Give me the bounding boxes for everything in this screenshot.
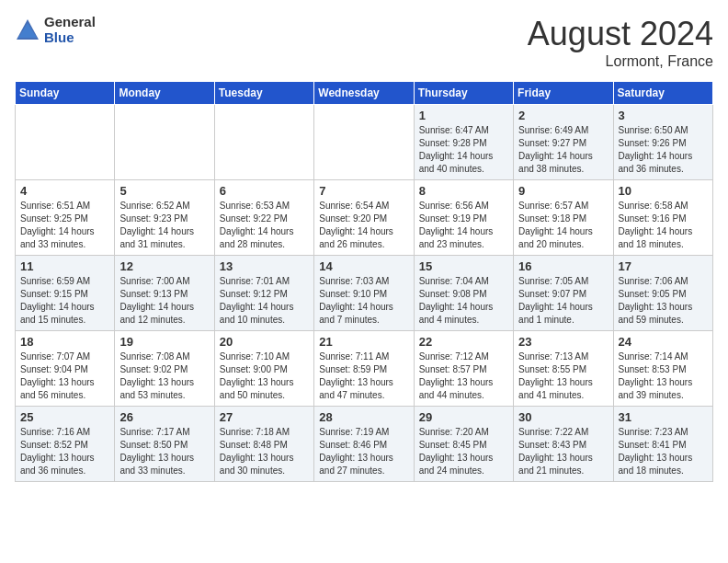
location: Lormont, France: [528, 53, 713, 70]
day-info: Sunrise: 6:59 AM Sunset: 9:15 PM Dayligh…: [20, 275, 109, 327]
calendar-cell: 13Sunrise: 7:01 AM Sunset: 9:12 PM Dayli…: [214, 256, 313, 331]
calendar-cell: 29Sunrise: 7:20 AM Sunset: 8:45 PM Dayli…: [414, 407, 513, 482]
day-number: 24: [619, 335, 708, 349]
calendar-cell: 19Sunrise: 7:08 AM Sunset: 9:02 PM Dayli…: [115, 331, 214, 407]
day-info: Sunrise: 7:16 AM Sunset: 8:52 PM Dayligh…: [20, 426, 109, 477]
day-number: 5: [119, 184, 209, 198]
day-number: 27: [220, 410, 309, 424]
day-info: Sunrise: 6:56 AM Sunset: 9:19 PM Dayligh…: [419, 200, 508, 251]
title-block: August 2024 Lormont, France: [528, 15, 713, 70]
day-number: 29: [419, 410, 508, 424]
day-info: Sunrise: 7:17 AM Sunset: 8:50 PM Dayligh…: [119, 426, 209, 477]
week-row-1: 1Sunrise: 6:47 AM Sunset: 9:28 PM Daylig…: [16, 105, 713, 180]
day-info: Sunrise: 7:12 AM Sunset: 8:57 PM Dayligh…: [419, 350, 508, 402]
logo-text: General Blue: [44, 15, 96, 45]
calendar-cell: 6Sunrise: 6:53 AM Sunset: 9:22 PM Daylig…: [214, 180, 313, 256]
calendar-cell: 12Sunrise: 7:00 AM Sunset: 9:13 PM Dayli…: [115, 256, 214, 331]
calendar-cell: 17Sunrise: 7:06 AM Sunset: 9:05 PM Dayli…: [613, 256, 712, 331]
day-number: 7: [319, 184, 408, 198]
logo-general: General: [44, 15, 96, 30]
day-number: 6: [220, 184, 309, 198]
calendar-cell: [115, 105, 214, 180]
calendar-cell: 23Sunrise: 7:13 AM Sunset: 8:55 PM Dayli…: [514, 331, 613, 407]
calendar-cell: 20Sunrise: 7:10 AM Sunset: 9:00 PM Dayli…: [214, 331, 313, 407]
svg-marker-1: [18, 23, 37, 38]
day-number: 31: [619, 410, 708, 424]
day-number: 14: [319, 259, 408, 273]
day-number: 2: [518, 109, 608, 122]
day-header-friday: Friday: [514, 82, 613, 105]
calendar-cell: 11Sunrise: 6:59 AM Sunset: 9:15 PM Dayli…: [16, 256, 115, 331]
calendar-cell: 25Sunrise: 7:16 AM Sunset: 8:52 PM Dayli…: [16, 407, 115, 482]
logo-blue: Blue: [44, 30, 96, 46]
calendar-cell: 26Sunrise: 7:17 AM Sunset: 8:50 PM Dayli…: [115, 407, 214, 482]
week-row-2: 4Sunrise: 6:51 AM Sunset: 9:25 PM Daylig…: [16, 180, 713, 256]
day-number: 15: [419, 259, 508, 273]
week-row-5: 25Sunrise: 7:16 AM Sunset: 8:52 PM Dayli…: [16, 407, 713, 482]
calendar-cell: 27Sunrise: 7:18 AM Sunset: 8:48 PM Dayli…: [214, 407, 313, 482]
day-info: Sunrise: 6:52 AM Sunset: 9:23 PM Dayligh…: [119, 200, 209, 251]
day-info: Sunrise: 7:01 AM Sunset: 9:12 PM Dayligh…: [220, 275, 309, 327]
calendar-cell: 7Sunrise: 6:54 AM Sunset: 9:20 PM Daylig…: [314, 180, 414, 256]
week-row-4: 18Sunrise: 7:07 AM Sunset: 9:04 PM Dayli…: [16, 331, 713, 407]
month-year: August 2024: [528, 15, 713, 53]
calendar-table: SundayMondayTuesdayWednesdayThursdayFrid…: [15, 81, 713, 482]
calendar-cell: 31Sunrise: 7:23 AM Sunset: 8:41 PM Dayli…: [613, 407, 712, 482]
week-row-3: 11Sunrise: 6:59 AM Sunset: 9:15 PM Dayli…: [16, 256, 713, 331]
day-header-tuesday: Tuesday: [214, 82, 313, 105]
day-info: Sunrise: 7:18 AM Sunset: 8:48 PM Dayligh…: [220, 426, 309, 477]
day-info: Sunrise: 7:00 AM Sunset: 9:13 PM Dayligh…: [119, 275, 209, 327]
day-info: Sunrise: 7:10 AM Sunset: 9:00 PM Dayligh…: [220, 350, 309, 402]
day-header-monday: Monday: [115, 82, 214, 105]
day-number: 23: [518, 335, 608, 349]
calendar-cell: 1Sunrise: 6:47 AM Sunset: 9:28 PM Daylig…: [414, 105, 513, 180]
day-number: 30: [518, 410, 608, 424]
calendar-cell: 10Sunrise: 6:58 AM Sunset: 9:16 PM Dayli…: [613, 180, 712, 256]
day-info: Sunrise: 7:23 AM Sunset: 8:41 PM Dayligh…: [619, 426, 708, 477]
day-info: Sunrise: 7:22 AM Sunset: 8:43 PM Dayligh…: [518, 426, 608, 477]
day-info: Sunrise: 7:14 AM Sunset: 8:53 PM Dayligh…: [619, 350, 708, 402]
day-info: Sunrise: 7:11 AM Sunset: 8:59 PM Dayligh…: [319, 350, 408, 402]
day-number: 18: [20, 335, 109, 349]
calendar-cell: 8Sunrise: 6:56 AM Sunset: 9:19 PM Daylig…: [414, 180, 513, 256]
calendar-cell: 18Sunrise: 7:07 AM Sunset: 9:04 PM Dayli…: [16, 331, 115, 407]
page-header: General Blue August 2024 Lormont, France: [15, 15, 713, 70]
calendar-cell: [16, 105, 115, 180]
calendar-cell: 21Sunrise: 7:11 AM Sunset: 8:59 PM Dayli…: [314, 331, 414, 407]
header-row: SundayMondayTuesdayWednesdayThursdayFrid…: [16, 82, 713, 105]
calendar-cell: [214, 105, 313, 180]
calendar-cell: 14Sunrise: 7:03 AM Sunset: 9:10 PM Dayli…: [314, 256, 414, 331]
day-info: Sunrise: 7:08 AM Sunset: 9:02 PM Dayligh…: [119, 350, 209, 402]
day-header-sunday: Sunday: [16, 82, 115, 105]
day-header-saturday: Saturday: [613, 82, 712, 105]
day-info: Sunrise: 7:07 AM Sunset: 9:04 PM Dayligh…: [20, 350, 109, 402]
day-number: 22: [419, 335, 508, 349]
day-number: 13: [220, 259, 309, 273]
day-info: Sunrise: 6:58 AM Sunset: 9:16 PM Dayligh…: [619, 200, 708, 251]
day-number: 17: [619, 259, 708, 273]
day-number: 11: [20, 259, 109, 273]
day-info: Sunrise: 6:54 AM Sunset: 9:20 PM Dayligh…: [319, 200, 408, 251]
day-number: 9: [518, 184, 608, 198]
day-number: 25: [20, 410, 109, 424]
day-number: 26: [119, 410, 209, 424]
day-header-thursday: Thursday: [414, 82, 513, 105]
day-info: Sunrise: 6:49 AM Sunset: 9:27 PM Dayligh…: [518, 124, 608, 176]
day-info: Sunrise: 7:04 AM Sunset: 9:08 PM Dayligh…: [419, 275, 508, 327]
day-number: 1: [419, 109, 508, 122]
day-info: Sunrise: 6:51 AM Sunset: 9:25 PM Dayligh…: [20, 200, 109, 251]
calendar-cell: 28Sunrise: 7:19 AM Sunset: 8:46 PM Dayli…: [314, 407, 414, 482]
day-number: 28: [319, 410, 408, 424]
day-info: Sunrise: 7:19 AM Sunset: 8:46 PM Dayligh…: [319, 426, 408, 477]
day-number: 16: [518, 259, 608, 273]
calendar-cell: 5Sunrise: 6:52 AM Sunset: 9:23 PM Daylig…: [115, 180, 214, 256]
day-info: Sunrise: 6:50 AM Sunset: 9:26 PM Dayligh…: [619, 124, 708, 176]
day-number: 4: [20, 184, 109, 198]
calendar-cell: 4Sunrise: 6:51 AM Sunset: 9:25 PM Daylig…: [16, 180, 115, 256]
day-info: Sunrise: 7:13 AM Sunset: 8:55 PM Dayligh…: [518, 350, 608, 402]
day-info: Sunrise: 7:06 AM Sunset: 9:05 PM Dayligh…: [619, 275, 708, 327]
calendar-cell: 3Sunrise: 6:50 AM Sunset: 9:26 PM Daylig…: [613, 105, 712, 180]
day-number: 20: [220, 335, 309, 349]
logo-icon: [15, 17, 40, 43]
day-info: Sunrise: 7:05 AM Sunset: 9:07 PM Dayligh…: [518, 275, 608, 327]
